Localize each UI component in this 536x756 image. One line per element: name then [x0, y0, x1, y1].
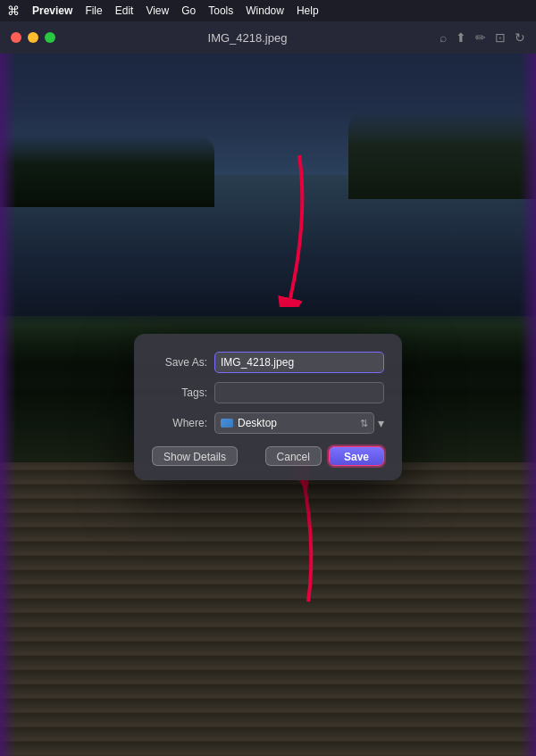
save-as-row: Save As: — [152, 352, 384, 373]
menu-preview[interactable]: Preview — [32, 4, 72, 17]
desktop-folder-icon — [221, 419, 233, 428]
save-button[interactable]: Save — [329, 446, 384, 466]
show-details-button[interactable]: Show Details — [152, 446, 238, 466]
menu-help[interactable]: Help — [297, 4, 319, 17]
purple-right-overlay — [520, 54, 536, 756]
menu-tools[interactable]: Tools — [208, 4, 233, 17]
rotate-icon[interactable]: ↻ — [515, 30, 525, 45]
close-button[interactable] — [11, 32, 21, 43]
share-icon[interactable]: ⬆ — [456, 30, 466, 45]
apple-menu[interactable]: ⌘ — [7, 4, 20, 18]
crop-icon[interactable]: ⊡ — [495, 30, 506, 45]
where-stepper-icon: ⇅ — [360, 418, 368, 429]
where-label: Where: — [152, 417, 214, 429]
where-select[interactable]: Desktop ⇅ — [214, 412, 374, 434]
where-row: Where: Desktop ⇅ ▾ — [152, 412, 384, 434]
save-as-input[interactable] — [214, 352, 384, 373]
where-expand-icon[interactable]: ▾ — [378, 416, 384, 430]
menu-bar: ⌘ Preview File Edit View Go Tools Window… — [0, 0, 536, 21]
minimize-button[interactable] — [28, 32, 38, 43]
cancel-button[interactable]: Cancel — [265, 446, 322, 466]
tags-row: Tags: — [152, 382, 384, 403]
purple-left-overlay — [0, 54, 16, 756]
menu-window[interactable]: Window — [246, 4, 284, 17]
title-bar-center: IMG_4218.jpeg — [55, 31, 440, 45]
tags-input[interactable] — [214, 382, 384, 403]
edit-icon[interactable]: ✏ — [475, 30, 486, 45]
title-bar: IMG_4218.jpeg ⌕ ⬆ ✏ ⊡ ↻ — [0, 21, 536, 54]
where-value: Desktop — [238, 417, 356, 429]
tags-label: Tags: — [152, 386, 214, 399]
traffic-lights — [11, 32, 55, 43]
title-bar-actions: ⌕ ⬆ ✏ ⊡ ↻ — [440, 30, 525, 45]
save-dialog: Save As: Tags: Where: Desktop ⇅ ▾ Show D… — [134, 334, 402, 480]
window-title: IMG_4218.jpeg — [208, 31, 288, 45]
menu-go[interactable]: Go — [181, 4, 196, 17]
dialog-buttons: Show Details Cancel Save — [152, 446, 384, 466]
confirm-buttons: Cancel Save — [265, 446, 384, 466]
search-icon[interactable]: ⌕ — [440, 30, 447, 45]
menu-file[interactable]: File — [85, 4, 102, 17]
menu-edit[interactable]: Edit — [115, 4, 134, 17]
save-as-label: Save As: — [152, 356, 214, 369]
maximize-button[interactable] — [45, 32, 55, 43]
menu-view[interactable]: View — [146, 4, 169, 17]
window: IMG_4218.jpeg ⌕ ⬆ ✏ ⊡ ↻ — [0, 21, 536, 756]
